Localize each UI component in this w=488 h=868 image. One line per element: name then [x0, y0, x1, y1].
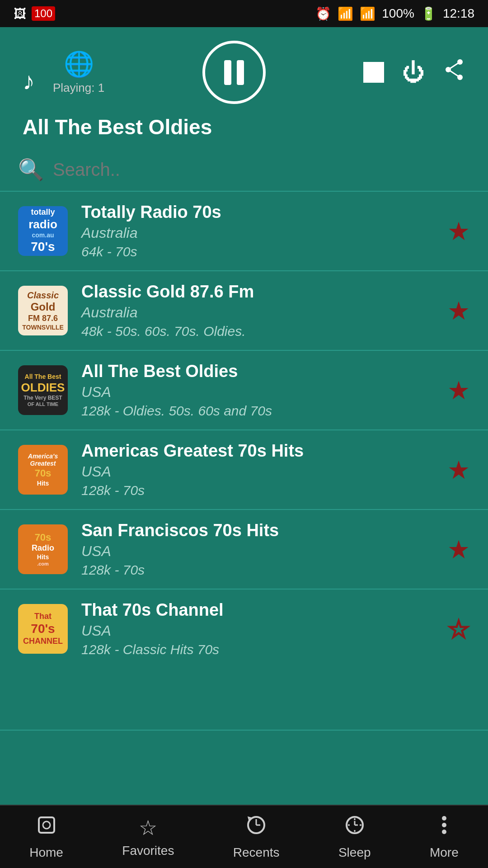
- nav-label-home: Home: [29, 845, 63, 860]
- favorite-button-2[interactable]: ★: [447, 296, 470, 326]
- list-item[interactable]: Classic Gold FM 87.6 TOWNSVILLE Classic …: [0, 271, 488, 351]
- station-info-4: Americas Greatest 70s Hits USA 128k - 70…: [81, 441, 434, 498]
- station-info-1: Totally Radio 70s Australia 64k - 70s: [81, 203, 434, 259]
- list-item[interactable]: America's Greatest 70s Hits Americas Gre…: [0, 430, 488, 510]
- station-country-5: USA: [81, 543, 434, 560]
- image-icon: 🖼: [14, 6, 26, 21]
- player-header: ♪ 🌐 Playing: 1 ⏻: [0, 27, 488, 148]
- svg-line-3: [448, 62, 460, 70]
- share-icon[interactable]: [443, 58, 465, 86]
- pause-bar-left: [224, 60, 231, 85]
- search-container: 🔍: [0, 148, 488, 192]
- station-logo-1: totally radio com.au 70's: [18, 206, 68, 256]
- station-details-5: 128k - 70s: [81, 562, 434, 578]
- station-country-3: USA: [81, 384, 434, 401]
- svg-point-17: [442, 816, 446, 821]
- pause-button[interactable]: [202, 41, 266, 104]
- time-label: 12:18: [443, 6, 474, 21]
- player-controls-row: ♪ 🌐 Playing: 1 ⏻: [23, 41, 465, 104]
- playing-label: Playing: 1: [53, 81, 104, 95]
- favorite-button-5[interactable]: ★: [447, 535, 470, 564]
- home-icon: [35, 814, 58, 842]
- search-input[interactable]: [53, 160, 470, 180]
- station-country-2: Australia: [81, 304, 434, 321]
- svg-point-6: [43, 821, 50, 829]
- station-logo-4: America's Greatest 70s Hits: [18, 445, 68, 495]
- status-bar: 🖼 100 ⏰ 📶 📶 100% 🔋 12:18: [0, 0, 488, 27]
- station-details-3: 128k - Oldies. 50s. 60s and 70s: [81, 403, 434, 419]
- app-icon: 100: [32, 6, 55, 21]
- nav-label-more: More: [430, 845, 459, 860]
- station-name-5: San Franciscos 70s Hits: [81, 521, 434, 540]
- status-bar-right: ⏰ 📶 📶 100% 🔋 12:18: [315, 6, 474, 21]
- station-info-2: Classic Gold 87.6 Fm Australia 48k - 50s…: [81, 282, 434, 339]
- station-name-4: Americas Greatest 70s Hits: [81, 441, 434, 461]
- battery-icon: 🔋: [421, 6, 436, 21]
- alarm-icon: ⏰: [315, 6, 331, 21]
- signal-icon: 📶: [360, 6, 375, 21]
- nav-item-favorites[interactable]: ☆ Favorites: [122, 816, 174, 858]
- more-icon: [433, 814, 455, 842]
- stop-button[interactable]: [363, 62, 384, 83]
- player-right-icons: ⏻: [363, 58, 465, 86]
- wifi-icon: 📶: [338, 6, 353, 21]
- nav-label-sleep: Sleep: [338, 845, 371, 860]
- station-logo-6: That 70's CHANNEL: [18, 604, 68, 654]
- station-name-6: That 70s Channel: [81, 600, 434, 620]
- stop-icon: [363, 62, 384, 83]
- power-icon[interactable]: ⏻: [402, 59, 425, 85]
- favorite-button-4[interactable]: ★: [447, 455, 470, 485]
- station-country-6: USA: [81, 623, 434, 639]
- svg-point-19: [442, 830, 446, 834]
- recents-icon: [245, 814, 267, 842]
- station-info-5: San Franciscos 70s Hits USA 128k - 70s: [81, 521, 434, 578]
- svg-point-18: [442, 823, 446, 827]
- favorite-button-6[interactable]: ☆: [447, 614, 470, 644]
- list-item[interactable]: That 70's CHANNEL That 70s Channel USA 1…: [0, 590, 488, 731]
- favorite-button-1[interactable]: ★: [447, 217, 470, 246]
- nav-item-home[interactable]: Home: [29, 814, 63, 860]
- battery-label: 100%: [382, 6, 414, 21]
- list-item[interactable]: All The Best OLDIES The Very BEST OF ALL…: [0, 351, 488, 430]
- station-name-3: All The Best Oldies: [81, 362, 434, 381]
- station-country-4: USA: [81, 463, 434, 480]
- station-info-6: That 70s Channel USA 128k - Classic Hits…: [81, 600, 434, 657]
- nav-label-recents: Recents: [233, 845, 280, 860]
- nav-item-sleep[interactable]: Sleep: [338, 814, 371, 860]
- svg-line-4: [448, 70, 460, 77]
- sleep-icon: [343, 814, 366, 842]
- pause-bar-right: [237, 60, 244, 85]
- list-item[interactable]: totally radio com.au 70's Totally Radio …: [0, 192, 488, 271]
- station-logo-5: 70s Radio Hits .com: [18, 524, 68, 574]
- list-item[interactable]: 70s Radio Hits .com San Franciscos 70s H…: [0, 510, 488, 590]
- favorites-icon: ☆: [139, 816, 157, 840]
- station-details-4: 128k - 70s: [81, 483, 434, 498]
- music-icon-group: ♪: [23, 67, 35, 95]
- player-left-icons: ♪ 🌐 Playing: 1: [23, 50, 104, 95]
- station-logo-3: All The Best OLDIES The Very BEST OF ALL…: [18, 365, 68, 415]
- favorite-button-3[interactable]: ★: [447, 376, 470, 405]
- music-note-icon: ♪: [23, 67, 35, 95]
- station-name-1: Totally Radio 70s: [81, 203, 434, 222]
- globe-icon: 🌐: [64, 50, 94, 78]
- svg-rect-5: [39, 817, 54, 833]
- now-playing-title: All The Best Oldies: [23, 115, 465, 139]
- station-info-3: All The Best Oldies USA 128k - Oldies. 5…: [81, 362, 434, 419]
- station-country-1: Australia: [81, 225, 434, 241]
- nav-item-recents[interactable]: Recents: [233, 814, 280, 860]
- nav-label-favorites: Favorites: [122, 844, 174, 858]
- station-list: totally radio com.au 70's Totally Radio …: [0, 192, 488, 731]
- station-details-6: 128k - Classic Hits 70s: [81, 642, 434, 657]
- station-details-1: 64k - 70s: [81, 244, 434, 259]
- nav-item-more[interactable]: More: [430, 814, 459, 860]
- station-details-2: 48k - 50s. 60s. 70s. Oldies.: [81, 324, 434, 339]
- bottom-nav: Home ☆ Favorites Recents: [0, 805, 488, 868]
- pause-icon: [224, 60, 244, 85]
- search-icon: 🔍: [18, 157, 44, 182]
- globe-icon-group[interactable]: 🌐 Playing: 1: [53, 50, 104, 95]
- station-logo-2: Classic Gold FM 87.6 TOWNSVILLE: [18, 286, 68, 335]
- status-bar-left: 🖼 100: [14, 6, 55, 21]
- station-name-2: Classic Gold 87.6 Fm: [81, 282, 434, 302]
